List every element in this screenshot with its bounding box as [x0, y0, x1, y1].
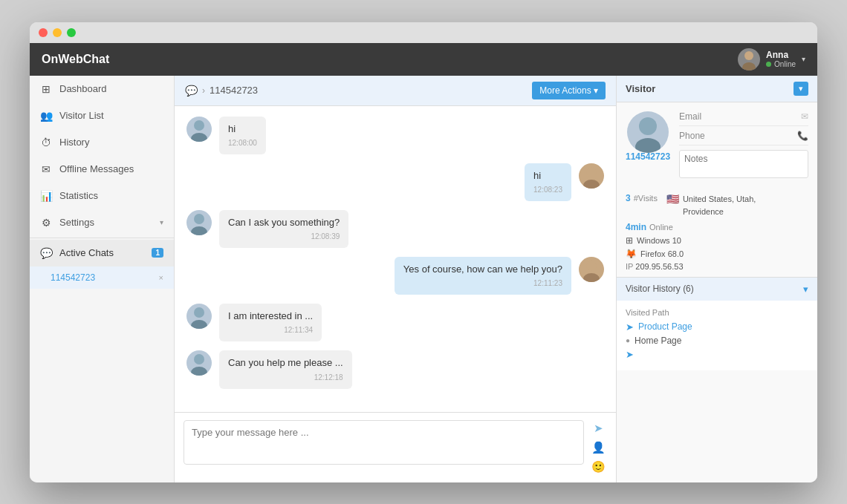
sidebar-label-visitor-list: Visitor List: [59, 110, 163, 121]
input-actions: ➤ 👤 🙂: [590, 420, 607, 475]
email-icon: ✉: [801, 111, 808, 122]
flag-icon: 🇺🇸: [666, 193, 679, 205]
geo-country: United States, Utah,: [683, 193, 756, 206]
statistics-icon: 📊: [40, 190, 52, 202]
sidebar-item-settings[interactable]: ⚙ Settings ▾: [30, 209, 174, 236]
more-actions-button[interactable]: More Actions ▾: [532, 82, 606, 99]
message-content: Can you help me please ... 12:12:18: [219, 350, 352, 388]
visitor-large-avatar: [627, 111, 669, 153]
maximize-button[interactable]: [67, 28, 76, 37]
path-home-page: Home Page: [635, 336, 681, 346]
chat-input[interactable]: [184, 420, 584, 465]
svg-point-10: [194, 307, 204, 318]
svg-point-8: [586, 261, 597, 271]
visitor-avatar: [186, 117, 212, 142]
emoji-button[interactable]: 🙂: [590, 459, 607, 475]
message-text: I am interested in ...: [228, 310, 313, 321]
status-dot: [766, 62, 771, 67]
sidebar-item-active-chats[interactable]: 💬 Active Chats 1: [30, 240, 174, 266]
message-text: Yes of course, how can we help you?: [403, 264, 562, 275]
visitor-id-link[interactable]: 114542723: [626, 151, 670, 162]
visitor-dropdown-button[interactable]: ▾: [794, 82, 808, 96]
message-row: Can I ask you something? 12:08:39: [186, 210, 604, 248]
svg-point-0: [744, 51, 753, 60]
email-label: Email: [679, 111, 796, 122]
message-row: Yes of course, how can we help you? 12:1…: [186, 257, 604, 295]
status-label: Online: [774, 60, 796, 68]
message-time: 12:08:23: [533, 185, 562, 195]
chat-input-row: ➤ 👤 🙂: [184, 420, 607, 475]
sidebar-item-offline-messages[interactable]: ✉ Offline Messages: [30, 156, 174, 183]
visitor-avatar: [186, 350, 212, 376]
message-time: 12:12:18: [228, 373, 343, 383]
attachment-button[interactable]: 👤: [590, 439, 607, 456]
titlebar: [30, 22, 817, 43]
sidebar-item-visitor-list[interactable]: 👥 Visitor List: [30, 102, 174, 129]
minimize-button[interactable]: [53, 28, 62, 37]
close-button[interactable]: [39, 28, 48, 37]
path-item-product: ➤ Product Page: [626, 321, 808, 333]
right-panel: Visitor ▾ 114542723: [617, 76, 817, 482]
svg-point-4: [586, 167, 597, 177]
logo-bold: Chat: [83, 53, 110, 65]
message-row: I am interested in ... 12:11:34: [186, 304, 604, 341]
history-section: Visitor History (6) ▾ Visited Path ➤ Pro…: [617, 277, 817, 370]
svg-point-12: [194, 354, 204, 364]
visits-num: 3: [626, 193, 631, 203]
message-time: 12:11:23: [403, 278, 562, 289]
message-bubble: hi 12:08:00: [219, 117, 266, 154]
avatar: [738, 48, 760, 71]
message-bubble: I am interested in ... 12:11:34: [219, 304, 322, 341]
windows-icon: ⊞: [626, 235, 633, 246]
sidebar-item-statistics[interactable]: 📊 Statistics: [30, 183, 174, 209]
app-window: OnWebChat Anna Online ▾: [30, 22, 817, 482]
chat-list-item[interactable]: 114542723 ×: [30, 266, 174, 289]
user-name: Anna: [766, 50, 796, 60]
history-header[interactable]: Visitor History (6) ▾: [617, 278, 817, 301]
settings-icon: ⚙: [40, 217, 52, 229]
chat-breadcrumb-icon: 💬: [185, 85, 198, 96]
message-text: hi: [533, 170, 541, 181]
user-menu[interactable]: Anna Online ▾: [738, 48, 805, 71]
sidebar-label-active-chats: Active Chats: [59, 247, 144, 258]
message-text: Can you help me please ...: [228, 357, 343, 368]
message-time: 12:08:39: [228, 232, 340, 242]
svg-point-11: [191, 320, 207, 329]
visits-stat: 3 #Visits: [626, 193, 658, 203]
visits-label: #Visits: [634, 194, 658, 203]
send-button[interactable]: ➤: [592, 420, 605, 436]
chat-topbar: 💬 › 114542723 More Actions ▾: [175, 76, 616, 106]
notes-field[interactable]: [679, 150, 808, 178]
chevron-down-icon: ▾: [802, 55, 805, 63]
svg-point-5: [583, 180, 600, 189]
message-row: hi 12:08:23: [186, 163, 604, 201]
visitor-info-section: 114542723 Email ✉ Phone 📞: [617, 102, 817, 187]
path-extra-icon: ➤: [626, 349, 634, 360]
message-text: hi: [228, 123, 236, 134]
sidebar-item-history[interactable]: ⏱ History: [30, 129, 174, 156]
user-status: Online: [766, 60, 796, 68]
svg-point-6: [194, 214, 204, 224]
chat-breadcrumb: 💬 › 114542723: [185, 85, 258, 96]
content-area: ⊞ Dashboard 👥 Visitor List ⏱ History ✉ O…: [30, 76, 817, 482]
active-chats-icon: 💬: [40, 247, 52, 259]
path-product-page[interactable]: Product Page: [638, 321, 692, 332]
svg-point-15: [635, 138, 661, 153]
dashboard-icon: ⊞: [40, 83, 52, 95]
logo-prefix: OnWeb: [42, 53, 83, 65]
message-row: Can you help me please ... 12:12:18: [186, 350, 604, 388]
chat-main: 💬 › 114542723 More Actions ▾: [175, 76, 617, 482]
path-item-extra: ➤: [626, 349, 808, 360]
visitor-list-icon: 👥: [40, 110, 52, 122]
chat-close-button[interactable]: ×: [159, 273, 163, 282]
phone-field-row: Phone 📞: [679, 131, 808, 145]
sidebar-item-dashboard[interactable]: ⊞ Dashboard: [30, 76, 174, 102]
chat-item-id: 114542723: [51, 272, 153, 283]
os-row: ⊞ Windows 10: [626, 235, 808, 246]
visitor-panel-title: Visitor: [626, 83, 788, 94]
svg-point-13: [191, 367, 207, 376]
browser-row: 🦊 Firefox 68.0: [626, 249, 808, 259]
svg-point-9: [583, 273, 600, 282]
geo-info: United States, Utah, Providence: [683, 193, 756, 219]
sidebar-divider: [30, 238, 174, 238]
